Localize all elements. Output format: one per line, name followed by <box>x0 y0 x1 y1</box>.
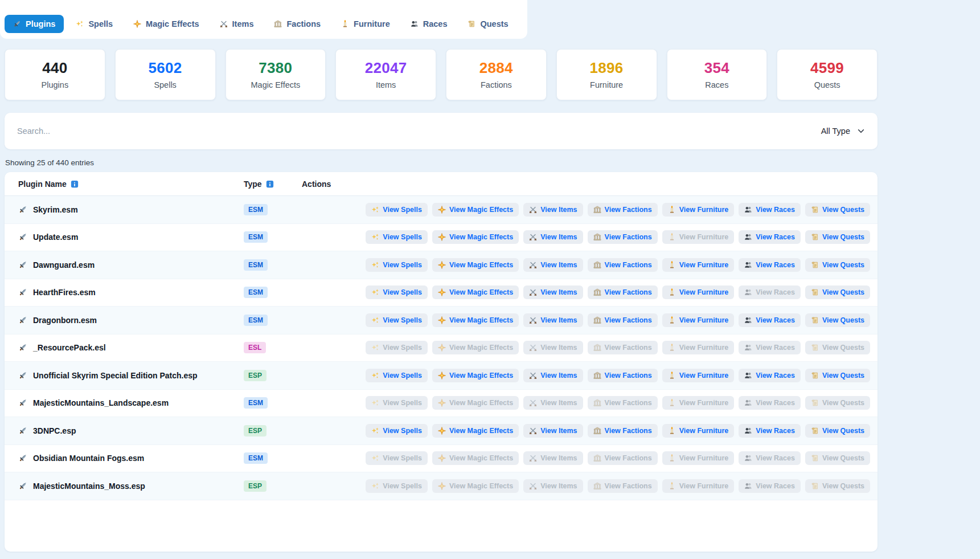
view-quests-button[interactable]: View Quests <box>805 203 870 217</box>
view-items-button[interactable]: View Items <box>523 285 583 299</box>
type-badge: ESM <box>244 204 268 215</box>
type-filter-select[interactable]: All Type <box>804 127 865 136</box>
tab-label: Factions <box>286 19 321 28</box>
button-label: View Spells <box>383 288 422 296</box>
button-label: View Factions <box>605 482 652 490</box>
crossed-swords-icon <box>529 344 537 352</box>
view-magic-effects-button[interactable]: View Magic Effects <box>432 369 519 382</box>
view-magic-effects-button: View Magic Effects <box>432 479 519 493</box>
view-races-button[interactable]: View Races <box>739 203 801 217</box>
button-label: View Magic Effects <box>449 344 513 352</box>
actions-cell: View SpellsView Magic EffectsView ItemsV… <box>302 258 878 272</box>
tab-magic-effects[interactable]: Magic Effects <box>125 15 207 33</box>
view-furniture-button[interactable]: View Furniture <box>662 369 735 382</box>
plugin-name-cell: HearthFires.esm <box>5 288 244 297</box>
view-magic-effects-button[interactable]: View Magic Effects <box>432 203 519 217</box>
view-quests-button[interactable]: View Quests <box>805 313 870 327</box>
button-label: View Races <box>756 288 795 296</box>
view-magic-effects-button[interactable]: View Magic Effects <box>432 258 519 272</box>
tab-label: Furniture <box>354 19 390 28</box>
view-items-button[interactable]: View Items <box>523 369 583 382</box>
button-label: View Spells <box>383 261 422 269</box>
tab-quests[interactable]: Quests <box>459 15 516 33</box>
stat-value: 1896 <box>557 59 657 77</box>
plugin-type-cell: ESP <box>244 425 302 436</box>
view-spells-button[interactable]: View Spells <box>366 258 428 272</box>
view-quests-button[interactable]: View Quests <box>805 285 870 299</box>
view-races-button[interactable]: View Races <box>739 369 801 382</box>
view-spells-button[interactable]: View Spells <box>366 424 428 438</box>
plugin-name: MajesticMountains_Landscape.esm <box>33 398 169 407</box>
button-label: View Races <box>756 427 795 435</box>
tab-items[interactable]: Items <box>211 15 263 33</box>
button-label: View Items <box>540 372 577 380</box>
plugin-name-cell: MajesticMountains_Landscape.esm <box>5 398 244 407</box>
view-races-button[interactable]: View Races <box>739 313 801 327</box>
info-icon[interactable] <box>71 180 79 188</box>
view-spells-button[interactable]: View Spells <box>366 369 428 382</box>
view-items-button[interactable]: View Items <box>523 313 583 327</box>
view-factions-button[interactable]: View Factions <box>588 369 658 382</box>
plugin-name: 3DNPC.esp <box>33 426 76 435</box>
tab-factions[interactable]: Factions <box>265 15 329 33</box>
view-items-button[interactable]: View Items <box>523 203 583 217</box>
scroll-icon <box>811 372 819 380</box>
view-factions-button[interactable]: View Factions <box>588 230 658 244</box>
column-actions: Actions <box>302 179 878 189</box>
view-items-button[interactable]: View Items <box>523 230 583 244</box>
view-factions-button[interactable]: View Factions <box>588 313 658 327</box>
plugin-type-cell: ESP <box>244 370 302 381</box>
scroll-icon <box>811 482 819 490</box>
button-label: View Items <box>540 206 577 214</box>
button-label: View Spells <box>383 454 422 462</box>
view-factions-button[interactable]: View Factions <box>588 424 658 438</box>
view-spells-button[interactable]: View Spells <box>366 313 428 327</box>
view-races-button[interactable]: View Races <box>739 258 801 272</box>
view-furniture-button: View Furniture <box>662 396 735 410</box>
view-magic-effects-button[interactable]: View Magic Effects <box>432 230 519 244</box>
view-furniture-button[interactable]: View Furniture <box>662 313 735 327</box>
search-input[interactable] <box>17 127 804 136</box>
sparkles-icon <box>371 344 379 352</box>
view-furniture-button[interactable]: View Furniture <box>662 258 735 272</box>
building-icon <box>593 206 601 214</box>
stat-label: Spells <box>116 80 215 89</box>
view-magic-effects-button[interactable]: View Magic Effects <box>432 285 519 299</box>
tab-races[interactable]: Races <box>402 15 456 33</box>
view-items-button[interactable]: View Items <box>523 424 583 438</box>
crossed-swords-icon <box>529 288 537 296</box>
dagger-icon <box>18 260 27 270</box>
view-items-button[interactable]: View Items <box>523 258 583 272</box>
view-spells-button[interactable]: View Spells <box>366 285 428 299</box>
view-factions-button[interactable]: View Factions <box>588 258 658 272</box>
table-body: Skyrim.esmESMView SpellsView Magic Effec… <box>5 196 878 500</box>
view-races-button[interactable]: View Races <box>739 230 801 244</box>
view-races-button[interactable]: View Races <box>739 424 801 438</box>
column-plugin-name: Plugin Name <box>5 179 244 189</box>
tab-furniture[interactable]: Furniture <box>333 15 399 33</box>
stat-value: 5602 <box>116 59 215 77</box>
button-label: View Races <box>756 233 795 241</box>
view-magic-effects-button[interactable]: View Magic Effects <box>432 424 519 438</box>
view-magic-effects-button[interactable]: View Magic Effects <box>432 313 519 327</box>
scroll-icon <box>468 20 475 28</box>
busts-icon <box>744 344 752 352</box>
view-furniture-button[interactable]: View Furniture <box>662 203 735 217</box>
tab-spells[interactable]: Spells <box>67 15 121 33</box>
view-furniture-button[interactable]: View Furniture <box>662 285 735 299</box>
view-spells-button[interactable]: View Spells <box>366 203 428 217</box>
info-icon[interactable] <box>266 180 274 188</box>
view-quests-button[interactable]: View Quests <box>805 258 870 272</box>
busts-icon <box>744 288 752 296</box>
button-label: View Items <box>540 482 577 490</box>
stat-value: 440 <box>5 59 105 77</box>
view-quests-button[interactable]: View Quests <box>805 369 870 382</box>
view-furniture-button[interactable]: View Furniture <box>662 424 735 438</box>
view-quests-button[interactable]: View Quests <box>805 230 870 244</box>
tab-plugins[interactable]: Plugins <box>5 15 64 33</box>
view-factions-button[interactable]: View Factions <box>588 285 658 299</box>
view-factions-button[interactable]: View Factions <box>588 203 658 217</box>
view-spells-button[interactable]: View Spells <box>366 230 428 244</box>
type-badge: ESL <box>244 342 266 353</box>
view-quests-button[interactable]: View Quests <box>805 424 870 438</box>
